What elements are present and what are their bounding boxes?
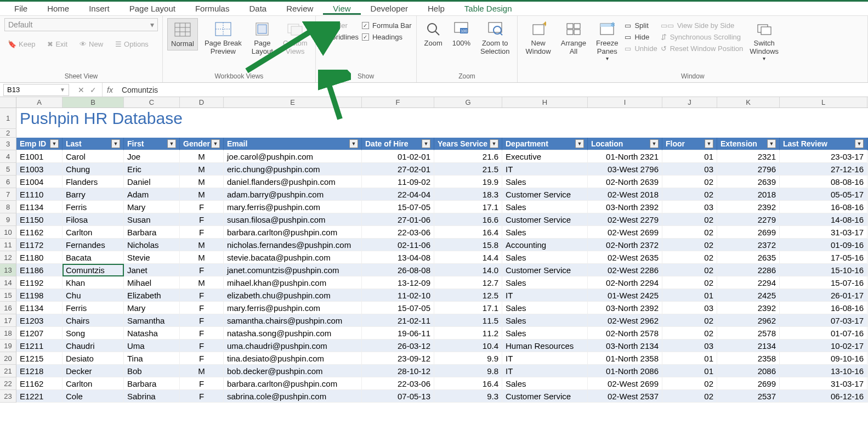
cell-K6[interactable]: 2639 — [717, 176, 780, 188]
cell-J22[interactable]: 02 — [662, 377, 717, 390]
cell-G16[interactable]: 17.1 — [434, 302, 502, 314]
row-header-8[interactable]: 8 — [0, 201, 16, 213]
row-header-3[interactable]: 3 — [0, 138, 16, 150]
col-header-B[interactable]: B — [63, 97, 124, 108]
cell-G21[interactable]: 9.8 — [434, 365, 502, 377]
cell-C22[interactable]: Barbara — [124, 377, 180, 390]
cell-B20[interactable]: Desiato — [63, 352, 124, 365]
cell-L21[interactable]: 13-10-16 — [780, 365, 867, 377]
cell-J9[interactable]: 02 — [662, 213, 717, 226]
cell-E14[interactable]: mihael.khan@pushpin.com — [224, 276, 362, 289]
cell-H22[interactable]: Sales — [502, 377, 588, 390]
filter-icon[interactable]: ▼ — [855, 139, 864, 148]
cell-D8[interactable]: F — [180, 201, 224, 213]
filter-icon[interactable]: ▼ — [767, 139, 776, 148]
cell-E23[interactable]: sabrina.cole@pushpin.com — [224, 390, 362, 403]
cell-H5[interactable]: IT — [502, 163, 588, 176]
row-header-14[interactable]: 14 — [0, 276, 16, 289]
cell-G23[interactable]: 9.3 — [434, 390, 502, 403]
cell-G10[interactable]: 16.4 — [434, 226, 502, 239]
filter-icon[interactable]: ▼ — [349, 139, 358, 148]
zoom100-button[interactable]: 100100% — [449, 18, 474, 49]
cell-B12[interactable]: Bacata — [63, 251, 124, 264]
cell-C14[interactable]: Mihael — [124, 276, 180, 289]
cell-K20[interactable]: 2358 — [717, 352, 780, 365]
cell-C18[interactable]: Natasha — [124, 327, 180, 340]
cell-I7[interactable]: 02-West 2018 — [588, 188, 662, 201]
filter-icon[interactable]: ▼ — [650, 139, 659, 148]
cell-D6[interactable]: M — [180, 176, 224, 188]
cell-C10[interactable]: Barbara — [124, 226, 180, 239]
cell-C5[interactable]: Eric — [124, 163, 180, 176]
cell-I9[interactable]: 02-West 2279 — [588, 213, 662, 226]
cell-H12[interactable]: Sales — [502, 251, 588, 264]
cell-G7[interactable]: 18.3 — [434, 188, 502, 201]
arrangeall-button[interactable]: Arrange All — [558, 18, 589, 58]
cell-L15[interactable]: 26-01-17 — [780, 289, 867, 302]
cell-I8[interactable]: 03-North 2392 — [588, 201, 662, 213]
cell-L11[interactable]: 01-09-16 — [780, 239, 867, 251]
cell-D5[interactable]: M — [180, 163, 224, 176]
table-header-extension[interactable]: Extension▼ — [717, 138, 780, 150]
cell-A23[interactable]: E1221 — [16, 390, 63, 403]
cell-I15[interactable]: 01-West 2425 — [588, 289, 662, 302]
cell-A18[interactable]: E1207 — [16, 327, 63, 340]
cell-K22[interactable]: 2699 — [717, 377, 780, 390]
cell-C15[interactable]: Elizabeth — [124, 289, 180, 302]
cell-F19[interactable]: 26-03-12 — [362, 340, 434, 352]
menu-table-design[interactable]: Table Design — [455, 2, 522, 15]
cell-A13[interactable]: E1186 — [16, 264, 63, 276]
cell-A14[interactable]: E1192 — [16, 276, 63, 289]
cell-J18[interactable]: 02 — [662, 327, 717, 340]
cell-E22[interactable]: barbara.carlton@pushpin.com — [224, 377, 362, 390]
cell-J21[interactable]: 01 — [662, 365, 717, 377]
cell-E4[interactable]: joe.carol@pushpin.com — [224, 150, 362, 163]
cell-A8[interactable]: E1134 — [16, 201, 63, 213]
name-box[interactable]: B13▼ — [3, 84, 69, 96]
cell-C20[interactable]: Tina — [124, 352, 180, 365]
cell-J19[interactable]: 03 — [662, 340, 717, 352]
cell-F8[interactable]: 15-07-05 — [362, 201, 434, 213]
cell-F23[interactable]: 07-05-13 — [362, 390, 434, 403]
cell-I12[interactable]: 02-West 2635 — [588, 251, 662, 264]
cell-E8[interactable]: mary.ferris@pushpin.com — [224, 201, 362, 213]
cell-D10[interactable]: F — [180, 226, 224, 239]
col-header-E[interactable]: E — [224, 97, 362, 108]
filter-icon[interactable]: ▼ — [575, 139, 584, 148]
cell-E6[interactable]: daniel.flanders@pushpin.com — [224, 176, 362, 188]
cell-L8[interactable]: 16-08-16 — [780, 201, 867, 213]
cell-I4[interactable]: 01-North 2321 — [588, 150, 662, 163]
cell-A11[interactable]: E1172 — [16, 239, 63, 251]
cell-L13[interactable]: 15-10-16 — [780, 264, 867, 276]
cell-K4[interactable]: 2321 — [717, 150, 780, 163]
cell-L17[interactable]: 07-03-17 — [780, 314, 867, 327]
row-header-18[interactable]: 18 — [0, 327, 16, 340]
cell-A7[interactable]: E1110 — [16, 188, 63, 201]
cell-G8[interactable]: 17.1 — [434, 201, 502, 213]
select-all-corner[interactable] — [0, 97, 16, 108]
cell-D7[interactable]: M — [180, 188, 224, 201]
cell-J15[interactable]: 01 — [662, 289, 717, 302]
col-header-F[interactable]: F — [362, 97, 434, 108]
cell-L7[interactable]: 05-05-17 — [780, 188, 867, 201]
row-header-21[interactable]: 21 — [0, 365, 16, 377]
cell-H4[interactable]: Executive — [502, 150, 588, 163]
row-header-19[interactable]: 19 — [0, 340, 16, 352]
cell-E13[interactable]: janet.comuntzis@pushpin.com — [224, 264, 362, 276]
cell-J4[interactable]: 01 — [662, 150, 717, 163]
cell-H17[interactable]: Sales — [502, 314, 588, 327]
cell-G18[interactable]: 11.2 — [434, 327, 502, 340]
sheetview-select[interactable]: Default ▾ — [4, 18, 158, 31]
cell-F18[interactable]: 19-06-11 — [362, 327, 434, 340]
row-header-23[interactable]: 23 — [0, 390, 16, 403]
cell-B21[interactable]: Decker — [63, 365, 124, 377]
filter-icon[interactable]: ▼ — [705, 139, 713, 148]
cell-C11[interactable]: Nicholas — [124, 239, 180, 251]
pagelayout-button[interactable]: Page Layout — [248, 18, 276, 58]
cell-A12[interactable]: E1180 — [16, 251, 63, 264]
col-header-A[interactable]: A — [16, 97, 63, 108]
cell-L12[interactable]: 17-05-16 — [780, 251, 867, 264]
cell-F21[interactable]: 28-10-12 — [362, 365, 434, 377]
col-header-J[interactable]: J — [662, 97, 717, 108]
headings-check[interactable]: ✓Headings — [362, 33, 412, 41]
